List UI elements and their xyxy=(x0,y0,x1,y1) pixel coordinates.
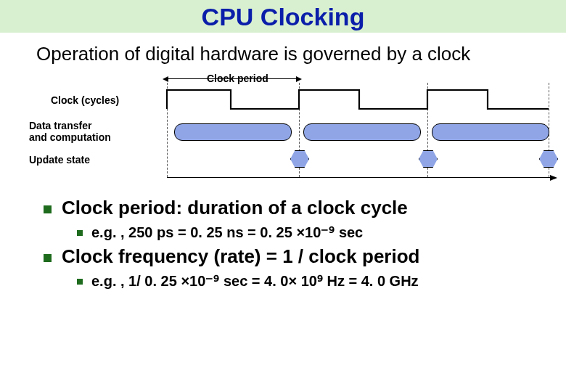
clock-waveform xyxy=(167,87,551,109)
subtitle: Operation of digital hardware is governe… xyxy=(36,43,566,65)
bullet-clock-period-example: e.g. , 250 ps = 0. 25 ns = 0. 25 ×10⁻⁹ s… xyxy=(77,224,551,241)
bullet-clock-period: Clock period: duration of a clock cycle xyxy=(44,197,551,219)
data-transfer-segment xyxy=(174,123,292,141)
bullet-clock-frequency-example: e.g. , 1/ 0. 25 ×10⁻⁹ sec = 4. 0× 10⁹ Hz… xyxy=(77,272,551,290)
bullet-icon xyxy=(77,230,83,236)
bullet-list: Clock period: duration of a clock cycle … xyxy=(44,197,551,290)
update-state-event xyxy=(290,150,309,168)
bullet-clock-frequency: Clock frequency (rate) = 1 / clock perio… xyxy=(44,245,551,268)
bullet-icon xyxy=(44,254,52,262)
data-transfer-segment xyxy=(432,123,549,141)
data-transfer-label: Data transfer and computation xyxy=(29,120,111,143)
period-arrow xyxy=(167,78,298,79)
time-axis xyxy=(167,177,551,178)
update-state-event xyxy=(419,150,438,168)
data-transfer-segment xyxy=(303,123,421,141)
update-state-label: Update state xyxy=(29,154,90,166)
page-title: CPU Clocking xyxy=(0,0,566,33)
clock-cycles-label: Clock (cycles) xyxy=(51,94,119,106)
bullet-icon xyxy=(44,205,52,213)
bullet-icon xyxy=(77,279,83,285)
timing-diagram: Clock period Clock (cycles) Data transfe… xyxy=(22,73,544,192)
update-state-event xyxy=(539,150,558,168)
